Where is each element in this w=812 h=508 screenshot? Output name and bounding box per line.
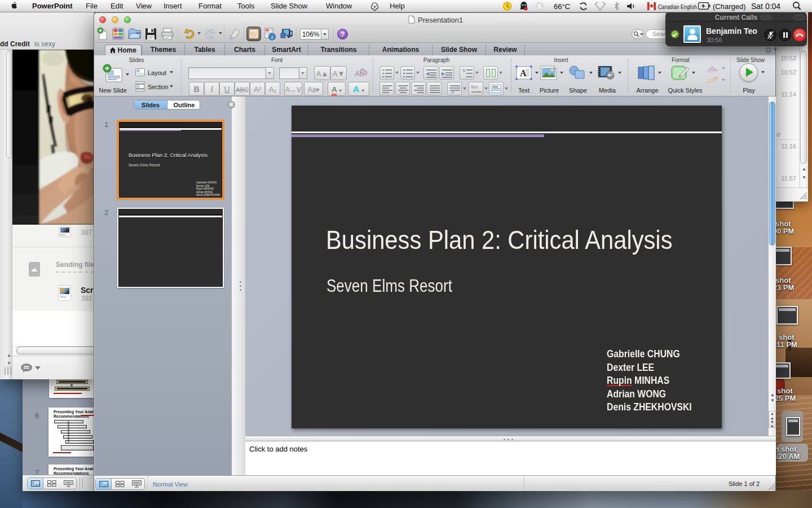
svg-text:S: S	[537, 3, 541, 10]
